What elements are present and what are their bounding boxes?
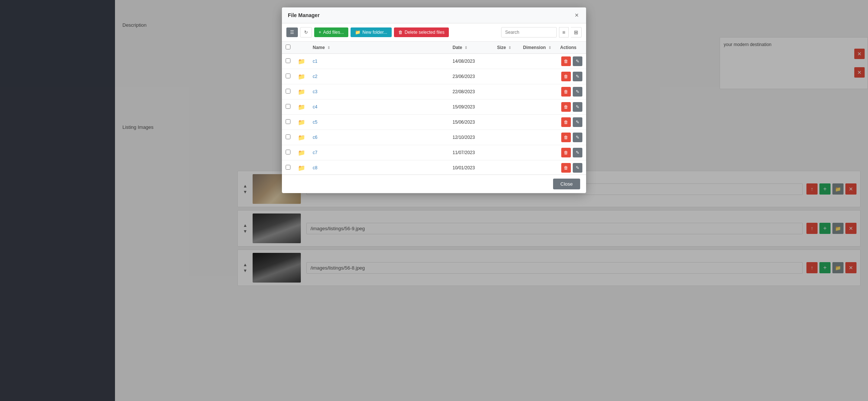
folder-icon-7: 📁 xyxy=(298,165,305,171)
add-files-btn[interactable]: + Add files... xyxy=(314,27,348,37)
table-row: 📁 c5 15/06/2023 🗑 ✎ xyxy=(282,115,586,130)
menu-icon: ☰ xyxy=(290,30,294,35)
file-link-1[interactable]: c2 xyxy=(313,74,318,79)
table-row: 📁 c8 10/01/2023 🗑 ✎ xyxy=(282,160,586,175)
edit-file-btn-7[interactable]: ✎ xyxy=(573,163,582,173)
header-size[interactable]: Size ⇕ xyxy=(493,42,519,54)
file-date-4: 15/06/2023 xyxy=(449,115,493,130)
delete-file-btn-3[interactable]: 🗑 xyxy=(561,102,571,112)
file-link-3[interactable]: c4 xyxy=(313,104,318,110)
row-checkbox-1[interactable] xyxy=(286,74,290,78)
header-name[interactable]: Name ⇕ xyxy=(309,42,449,54)
file-link-0[interactable]: c1 xyxy=(313,59,318,64)
file-dim-6 xyxy=(519,145,556,160)
edit-file-btn-3[interactable]: ✎ xyxy=(573,102,582,112)
file-date-6: 11/07/2023 xyxy=(449,145,493,160)
header-checkbox-col xyxy=(282,42,294,54)
size-sort-icon: ⇕ xyxy=(508,46,511,50)
modal-close-btn[interactable]: × xyxy=(573,12,580,19)
delete-file-btn-5[interactable]: 🗑 xyxy=(561,133,571,142)
header-dimension[interactable]: Dimension ⇕ xyxy=(519,42,556,54)
delete-file-btn-4[interactable]: 🗑 xyxy=(561,117,571,127)
modal-overlay: File Manager × ☰ ↻ + Add files... xyxy=(0,0,868,401)
file-link-5[interactable]: c6 xyxy=(313,135,318,140)
header-date[interactable]: Date ⇕ xyxy=(449,42,493,54)
file-link-2[interactable]: c3 xyxy=(313,89,318,94)
table-row: 📁 c7 11/07/2023 🗑 ✎ xyxy=(282,145,586,160)
file-manager-modal: File Manager × ☰ ↻ + Add files... xyxy=(282,7,586,193)
new-folder-btn[interactable]: 📁 New folder... xyxy=(351,27,392,37)
folder-icon-3: 📁 xyxy=(298,104,305,110)
file-size-6 xyxy=(493,145,519,160)
file-size-1 xyxy=(493,69,519,84)
file-date-2: 22/08/2023 xyxy=(449,84,493,100)
table-row: 📁 c4 15/09/2023 🗑 ✎ xyxy=(282,100,586,115)
delete-file-btn-6[interactable]: 🗑 xyxy=(561,148,571,157)
folder-icon: 📁 xyxy=(355,30,361,35)
delete-file-btn-2[interactable]: 🗑 xyxy=(561,87,571,97)
plus-icon: + xyxy=(319,30,321,35)
edit-file-btn-4[interactable]: ✎ xyxy=(573,117,582,127)
delete-icon: 🗑 xyxy=(398,30,403,35)
close-modal-btn[interactable]: Close xyxy=(553,179,580,189)
row-checkbox-4[interactable] xyxy=(286,119,290,124)
menu-btn[interactable]: ☰ xyxy=(286,27,298,37)
row-checkbox-3[interactable] xyxy=(286,104,290,109)
folder-icon-5: 📁 xyxy=(298,134,305,141)
file-table: Name ⇕ Date ⇕ Size ⇕ xyxy=(282,42,586,175)
modal-body: Name ⇕ Date ⇕ Size ⇕ xyxy=(282,42,586,175)
dim-sort-icon: ⇕ xyxy=(548,46,551,50)
file-date-1: 23/06/2023 xyxy=(449,69,493,84)
header-actions: Actions xyxy=(556,42,586,54)
table-row: 📁 c1 14/08/2023 🗑 ✎ xyxy=(282,54,586,69)
modal-title: File Manager xyxy=(288,12,320,18)
file-dim-4 xyxy=(519,115,556,130)
file-dim-0 xyxy=(519,54,556,69)
edit-file-btn-0[interactable]: ✎ xyxy=(573,56,582,66)
file-link-6[interactable]: c7 xyxy=(313,150,318,155)
file-size-4 xyxy=(493,115,519,130)
file-date-7: 10/01/2023 xyxy=(449,160,493,175)
header-icon-col xyxy=(294,42,309,54)
file-date-0: 14/08/2023 xyxy=(449,54,493,69)
edit-file-btn-6[interactable]: ✎ xyxy=(573,148,582,157)
file-size-7 xyxy=(493,160,519,175)
file-size-3 xyxy=(493,100,519,115)
delete-selected-btn[interactable]: 🗑 Delete selected files xyxy=(394,27,449,37)
folder-icon-4: 📁 xyxy=(298,119,305,125)
delete-file-btn-7[interactable]: 🗑 xyxy=(561,163,571,173)
edit-file-btn-1[interactable]: ✎ xyxy=(573,72,582,81)
file-size-0 xyxy=(493,54,519,69)
refresh-icon: ↻ xyxy=(304,30,308,35)
modal-header: File Manager × xyxy=(282,7,586,23)
select-all-checkbox[interactable] xyxy=(286,45,290,49)
row-checkbox-2[interactable] xyxy=(286,89,290,94)
file-size-2 xyxy=(493,84,519,100)
file-dim-5 xyxy=(519,130,556,145)
file-link-7[interactable]: c8 xyxy=(313,165,318,170)
file-size-5 xyxy=(493,130,519,145)
refresh-btn[interactable]: ↻ xyxy=(300,27,312,38)
table-row: 📁 c6 12/10/2023 🗑 ✎ xyxy=(282,130,586,145)
edit-file-btn-5[interactable]: ✎ xyxy=(573,133,582,142)
list-view-btn[interactable]: ≡ xyxy=(559,27,569,38)
row-checkbox-0[interactable] xyxy=(286,58,290,63)
row-checkbox-6[interactable] xyxy=(286,150,290,154)
date-sort-icon: ⇕ xyxy=(464,46,467,50)
row-checkbox-7[interactable] xyxy=(286,165,290,170)
folder-icon-2: 📁 xyxy=(298,89,305,95)
file-dim-3 xyxy=(519,100,556,115)
delete-file-btn-1[interactable]: 🗑 xyxy=(561,72,571,81)
row-checkbox-5[interactable] xyxy=(286,134,290,139)
file-date-3: 15/09/2023 xyxy=(449,100,493,115)
folder-icon-1: 📁 xyxy=(298,74,305,80)
edit-file-btn-2[interactable]: ✎ xyxy=(573,87,582,97)
search-input[interactable] xyxy=(501,27,557,38)
file-link-4[interactable]: c5 xyxy=(313,120,318,125)
file-dim-7 xyxy=(519,160,556,175)
name-sort-icon: ⇕ xyxy=(327,46,330,50)
table-row: 📁 c2 23/06/2023 🗑 ✎ xyxy=(282,69,586,84)
folder-icon-6: 📁 xyxy=(298,150,305,156)
delete-file-btn-0[interactable]: 🗑 xyxy=(561,56,571,66)
grid-view-btn[interactable]: ⊞ xyxy=(571,27,582,38)
